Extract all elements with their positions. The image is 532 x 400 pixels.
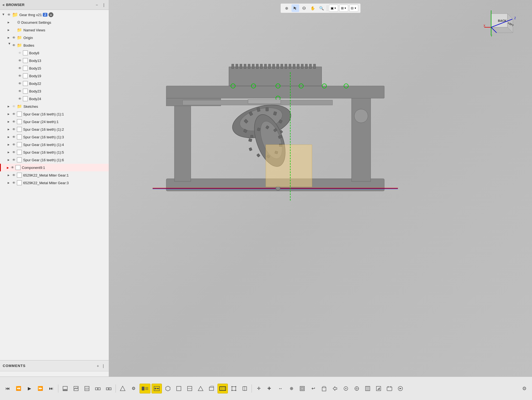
select-tool-btn[interactable] — [292, 4, 299, 12]
gear-settings-btn[interactable]: ⚙ — [129, 384, 138, 393]
multi-btn2[interactable] — [104, 384, 114, 393]
svg-point-116 — [235, 390, 236, 391]
tree-item-bodies[interactable]: ▶ 👁 📁 Bodies — [0, 41, 109, 49]
nav-btn2[interactable] — [341, 384, 351, 393]
tree-item-miter1[interactable]: ▶ 👁 6529K22_Metal Miter Gear:1 — [0, 171, 109, 179]
tree-item-named-views[interactable]: ▶ 👁 📁 Named Views — [0, 26, 109, 34]
bodies-eye[interactable]: 👁 — [11, 42, 17, 48]
small-box2[interactable] — [240, 384, 250, 393]
clipboard-btn[interactable] — [319, 384, 329, 393]
multi-btn1[interactable] — [93, 384, 103, 393]
body23-eye[interactable]: 👁 — [17, 88, 23, 94]
miter3-eye[interactable]: 👁 — [11, 180, 17, 186]
tree-container[interactable]: ▶ 👁 📁 Gear thng v21 Z ● ▶ 👁 ⚙ Document S… — [0, 10, 109, 360]
view-dropdown[interactable]: ▣ ▼ — [329, 5, 338, 12]
tree-item-origin[interactable]: ▶ 👁 📁 Origin — [0, 34, 109, 41]
spur16-4-eye[interactable]: 👁 — [11, 142, 17, 148]
sketch-tool3[interactable]: 123 — [82, 384, 92, 393]
body24-eye[interactable]: 👁 — [17, 96, 23, 102]
tree-item-miter3[interactable]: ▶ 👁 6529K22_Metal Miter Gear:3 — [0, 179, 109, 187]
nav-btn6[interactable] — [385, 384, 394, 393]
target-btn[interactable]: ⊕ — [286, 384, 296, 393]
tree-item-spur16-6[interactable]: ▶ 👁 Spur Gear (16 teeth) (1):6 — [0, 156, 109, 164]
box-outline-btn[interactable] — [207, 384, 216, 393]
orientation-cube[interactable]: BACK LEFT X Z Y — [483, 5, 516, 38]
tree-item-comp9[interactable]: ▶ 👁 Component9:1 — [0, 164, 109, 171]
root-eye[interactable]: 👁 — [6, 12, 12, 18]
nav-btn1[interactable] — [330, 384, 340, 393]
sketch-tool1[interactable] — [60, 384, 70, 393]
browser-minus-btn[interactable]: − — [94, 2, 99, 8]
tree-item-spur16-3[interactable]: ▶ 👁 Spur Gear (16 teeth) (1):3 — [0, 133, 109, 141]
spur24-1-eye[interactable]: 👁 — [11, 119, 17, 125]
settings-gear-btn[interactable]: ⚙ — [519, 384, 529, 393]
tree-item-spur24-1[interactable]: ▶ 👁 Spur Gear (24 teeth):1 — [0, 118, 109, 126]
doc-settings-icon: ⚙ — [17, 20, 20, 25]
hexagonal-btn[interactable] — [163, 384, 173, 393]
view-btn-sq[interactable] — [297, 384, 307, 393]
go-to-start-btn[interactable]: ⏮ — [3, 384, 13, 393]
spur16-5-eye[interactable]: 👁 — [11, 149, 17, 155]
origin-eye[interactable]: 👁 — [11, 35, 17, 41]
sketches-eye[interactable]: 👁 — [11, 103, 17, 109]
four-arrow-btn[interactable]: ✛ — [254, 384, 264, 393]
tree-item-body15[interactable]: ▶ 👁 Body15 — [0, 64, 109, 72]
tree-item-body19[interactable]: ▶ 👁 Body19 — [0, 72, 109, 80]
comments-add-btn[interactable]: + — [95, 363, 101, 369]
spur16-2-eye[interactable]: 👁 — [11, 126, 17, 132]
nav-btn5[interactable] — [374, 384, 383, 393]
active-yellow-btn2[interactable] — [152, 384, 162, 393]
body13-eye[interactable]: 👁 — [17, 58, 23, 64]
tree-item-body13[interactable]: ▶ 👁 Body13 — [0, 57, 109, 64]
pan-tool-btn[interactable]: ✋ — [309, 4, 317, 12]
body22-eye[interactable]: 👁 — [17, 80, 23, 86]
tree-item-doc-settings[interactable]: ▶ 👁 ⚙ Document Settings — [0, 19, 109, 26]
tree-item-spur16-1[interactable]: ▶ 👁 Spur Gear (16 teeth) (1):1 — [0, 110, 109, 118]
viewport[interactable]: ⊕ ✋ 🔍 ▣ ▼ ⊞ ▼ ⊟ ▼ BACK L — [109, 0, 532, 377]
square-btn1[interactable] — [174, 384, 184, 393]
step-forward-btn[interactable]: ⏩ — [35, 384, 45, 393]
active-yellow-btn1[interactable] — [140, 384, 150, 393]
triangle-btn[interactable] — [196, 384, 205, 393]
root-badge-dot: ● — [49, 12, 53, 17]
square-btn2[interactable] — [185, 384, 195, 393]
move-all-btn[interactable]: ✚ — [265, 384, 274, 393]
zoom-fit-btn[interactable]: 🔍 — [318, 4, 325, 12]
tree-root-item[interactable]: ▶ 👁 📁 Gear thng v21 Z ● — [0, 11, 109, 19]
move-tool-btn[interactable]: ⊕ — [283, 4, 291, 12]
svg-rect-123 — [323, 386, 325, 388]
tree-item-spur16-4[interactable]: ▶ 👁 Spur Gear (16 teeth) (1):4 — [0, 141, 109, 148]
browser-collapse-arrow[interactable]: ◀ — [2, 3, 4, 6]
spur16-1-eye[interactable]: 👁 — [11, 111, 17, 117]
play-btn[interactable]: ▶ — [25, 384, 34, 393]
tree-item-body24[interactable]: ▶ 👁 Body24 — [0, 95, 109, 103]
small-box1[interactable] — [229, 384, 239, 393]
grid-dropdown[interactable]: ⊟ ▼ — [349, 5, 358, 12]
tree-item-spur16-2[interactable]: ▶ 👁 Spur Gear (16 teeth) (1):2 — [0, 126, 109, 133]
view-btn1[interactable] — [118, 384, 128, 393]
tree-item-body8[interactable]: ▶ 👁 Body8 — [0, 49, 109, 57]
orbit-tool-btn[interactable] — [300, 4, 308, 12]
active-yellow-btn3[interactable] — [217, 384, 228, 393]
undo-btn[interactable]: ↩ — [308, 384, 318, 393]
sketch-tool2[interactable] — [71, 384, 81, 393]
comp9-eye[interactable]: 👁 — [10, 165, 16, 171]
body19-eye[interactable]: 👁 — [17, 73, 23, 79]
step-back-btn[interactable]: ⏪ — [14, 384, 23, 393]
tree-item-spur16-5[interactable]: ▶ 👁 Spur Gear (16 teeth) (1):5 — [0, 148, 109, 156]
spur16-6-eye[interactable]: 👁 — [11, 157, 17, 163]
tree-item-body23[interactable]: ▶ 👁 Body23 — [0, 87, 109, 95]
selection-box — [266, 145, 312, 187]
arrows-btn[interactable]: ↔ — [276, 384, 285, 393]
miter1-eye[interactable]: 👁 — [11, 172, 17, 178]
tree-item-sketches[interactable]: ▶ 👁 📁 Sketches — [0, 103, 109, 110]
tree-item-body22[interactable]: ▶ 👁 Body22 — [0, 80, 109, 87]
go-to-end-btn[interactable]: ⏭ — [46, 384, 56, 393]
body8-eye[interactable]: 👁 — [17, 50, 23, 56]
nav-btn4[interactable] — [363, 384, 373, 393]
nav-btn7[interactable] — [395, 384, 405, 393]
spur16-3-eye[interactable]: 👁 — [11, 134, 17, 140]
body15-eye[interactable]: 👁 — [17, 65, 23, 71]
nav-btn3[interactable] — [352, 384, 362, 393]
display-dropdown[interactable]: ⊞ ▼ — [339, 5, 348, 12]
